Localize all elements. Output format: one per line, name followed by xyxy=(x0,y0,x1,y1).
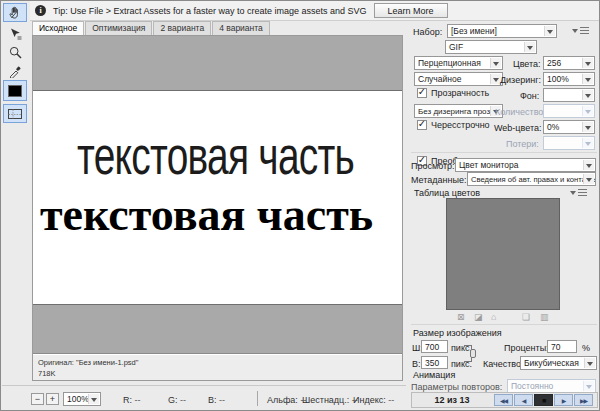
amount-label: Количество: xyxy=(495,107,546,117)
delete-color-icon[interactable]: ▥ xyxy=(540,312,549,322)
snap-to-web-icon[interactable]: ⊠ xyxy=(457,312,465,322)
original-file-name: Оригинал: "Без имени-1.psd" xyxy=(38,358,397,369)
lossy-select-disabled xyxy=(543,136,595,150)
last-frame-button[interactable]: ▶▶ xyxy=(574,394,593,406)
hex-readout: Шестнадц.: -- xyxy=(302,395,358,405)
format-select[interactable]: GIF xyxy=(445,40,537,54)
new-color-icon[interactable]: ❏ xyxy=(522,312,530,322)
learn-more-button[interactable]: Learn More xyxy=(374,3,448,18)
checkbox-checked-icon xyxy=(417,88,427,98)
colors-select[interactable]: 256 xyxy=(543,56,595,70)
matte-select[interactable] xyxy=(543,88,595,102)
next-frame-button[interactable]: ▶ xyxy=(554,394,573,406)
preview-select[interactable]: Цвет монитора xyxy=(455,158,596,172)
hand-icon xyxy=(8,5,23,20)
zoom-in-button[interactable]: + xyxy=(46,393,59,405)
original-file-info: Оригинал: "Без имени-1.psd" 718K xyxy=(33,355,402,380)
tip-text: Tip: Use File > Extract Assets for a fas… xyxy=(53,6,367,16)
slices-visibility-icon xyxy=(7,107,23,121)
web-snap-select[interactable]: 0% xyxy=(543,120,595,134)
percent-label: Проценты: xyxy=(504,343,549,353)
chevron-down-icon xyxy=(88,394,99,404)
preview-tabs: Исходное Оптимизация 2 варианта 4 вариан… xyxy=(32,21,271,35)
color-cube-icon[interactable]: ◪ xyxy=(474,312,483,322)
chevron-down-icon xyxy=(583,160,594,170)
stop-button[interactable]: ■ xyxy=(534,394,553,406)
chevron-down-icon xyxy=(582,58,593,68)
divider xyxy=(257,391,258,406)
preset-label: Набор: xyxy=(413,27,442,37)
matte-label: Фон: xyxy=(520,91,539,101)
chevron-down-icon xyxy=(582,106,593,116)
link-icon xyxy=(470,349,476,358)
preview-label: Просмотр: xyxy=(411,161,455,171)
image-gray-band-bottom xyxy=(33,304,402,354)
chevron-down-icon xyxy=(544,26,555,36)
colors-label: Цвета: xyxy=(513,59,541,69)
animation-title: Анимация xyxy=(413,370,455,380)
loop-select-disabled: Постоянно xyxy=(507,379,596,393)
lossy-label: Потери: xyxy=(506,139,539,149)
dither-amount-select[interactable]: 100% xyxy=(543,72,595,86)
image-preview-viewport[interactable]: текстовая часть текстовая часть Оригинал… xyxy=(32,35,403,381)
checkbox-checked-icon xyxy=(417,120,427,130)
chevron-down-icon xyxy=(583,381,594,391)
slice-select-icon xyxy=(8,26,23,41)
save-for-web-dialog: i Tip: Use File > Extract Assets for a f… xyxy=(0,0,600,411)
transparency-dither-select[interactable]: Без дизеринга прозр... xyxy=(414,104,503,118)
info-icon: i xyxy=(35,5,46,16)
zoom-out-button[interactable]: − xyxy=(31,393,44,405)
chevron-down-icon xyxy=(582,138,593,148)
slice-select-tool-button[interactable] xyxy=(3,24,27,43)
metadata-select[interactable]: Сведения об авт. правах и контакты xyxy=(467,172,596,186)
height-label: В: xyxy=(412,359,421,369)
dither-label: Дизеринг: xyxy=(500,75,541,85)
eyedropper-color-swatch[interactable] xyxy=(3,80,27,101)
px-label: пикс. xyxy=(451,359,472,369)
red-readout: R: -- xyxy=(123,395,141,405)
alpha-readout: Альфа: -- xyxy=(267,395,306,405)
tip-bar: i Tip: Use File > Extract Assets for a f… xyxy=(30,1,599,21)
color-table-menu-icon[interactable] xyxy=(570,187,587,198)
tab-4up[interactable]: 4 варианта xyxy=(212,21,270,35)
tab-2up[interactable]: 2 варианта xyxy=(153,21,211,35)
chevron-down-icon xyxy=(582,90,593,100)
first-frame-button[interactable]: ◀◀ xyxy=(494,394,513,406)
image-gray-band-top xyxy=(33,36,402,91)
panel-menu-icon[interactable] xyxy=(572,25,589,36)
percent-input[interactable] xyxy=(547,340,577,353)
amount-select-disabled xyxy=(543,104,595,118)
blue-readout: B: -- xyxy=(208,395,225,405)
width-input[interactable] xyxy=(421,340,448,353)
chevron-down-icon xyxy=(583,174,594,184)
index-readout: Индекс: -- xyxy=(353,395,394,405)
green-readout: G: -- xyxy=(168,395,186,405)
preset-select[interactable]: [Без имени] xyxy=(447,24,557,38)
chevron-down-icon xyxy=(490,58,501,68)
chevron-down-icon xyxy=(584,358,595,368)
quality-select[interactable]: Бикубическая xyxy=(520,356,597,370)
toggle-slices-button[interactable] xyxy=(3,104,27,123)
magnifier-icon xyxy=(8,45,23,60)
image-size-title: Размер изображения xyxy=(413,328,502,338)
web-snap-label: Web-цвета: xyxy=(494,123,541,133)
transparency-checkbox[interactable]: Прозрачность xyxy=(417,88,489,98)
interlaced-checkbox[interactable]: Чересстрочно xyxy=(417,120,490,130)
hand-tool-button[interactable] xyxy=(3,3,27,22)
color-table-area[interactable] xyxy=(446,198,560,310)
lock-color-icon[interactable]: ⌂ xyxy=(491,312,496,322)
eyedropper-icon xyxy=(8,63,23,78)
previous-frame-button[interactable]: ◀ xyxy=(514,394,533,406)
color-reduction-select[interactable]: Перцепционная xyxy=(414,56,503,70)
metadata-label: Метаданные: xyxy=(411,175,467,185)
zoom-level-select[interactable]: 100% xyxy=(63,392,101,406)
quality-label: Качество: xyxy=(483,359,524,369)
eyedropper-tool-button[interactable] xyxy=(3,61,27,80)
tab-original[interactable]: Исходное xyxy=(32,21,84,35)
zoom-tool-button[interactable] xyxy=(3,43,27,62)
divider xyxy=(411,324,597,325)
dither-method-select[interactable]: Случайное xyxy=(414,72,503,86)
chevron-down-icon xyxy=(582,74,593,84)
height-input[interactable] xyxy=(421,356,448,369)
tab-optimized[interactable]: Оптимизация xyxy=(85,21,152,35)
